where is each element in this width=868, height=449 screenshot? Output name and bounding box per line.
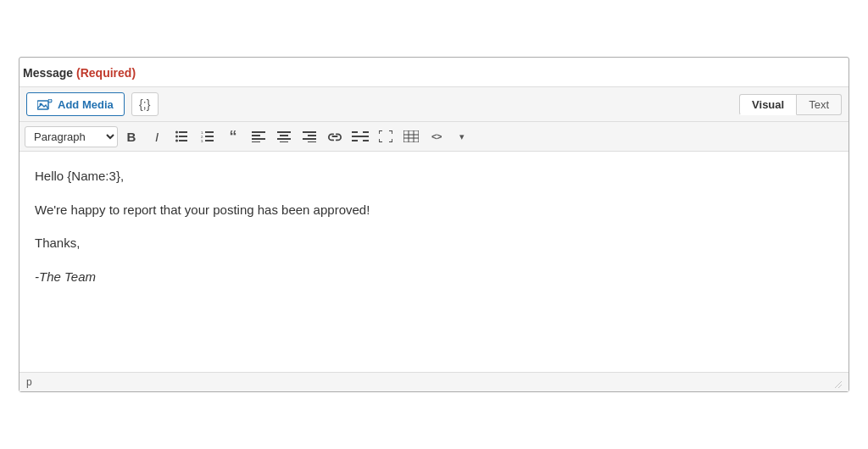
svg-point-10 [175, 140, 178, 142]
svg-rect-13 [205, 140, 214, 141]
svg-rect-34 [403, 130, 419, 142]
align-left-button[interactable] [247, 125, 270, 147]
shortcode-icon: {;} [139, 97, 150, 111]
svg-rect-6 [179, 136, 187, 137]
svg-line-39 [835, 381, 842, 388]
svg-rect-24 [280, 141, 288, 142]
svg-rect-33 [363, 140, 369, 141]
svg-rect-7 [179, 140, 187, 141]
link-button[interactable] [323, 125, 347, 147]
view-tabs: Visual Text [739, 94, 842, 115]
statusbar-tag: p [26, 376, 32, 388]
content-line4-italic: -The Team [35, 269, 96, 284]
field-label-text: Message [23, 66, 73, 80]
field-label: Message (Required) [19, 58, 849, 86]
svg-rect-18 [252, 135, 260, 136]
svg-rect-29 [352, 136, 369, 137]
editor-top-bar: Add Media {;} Visual Text [19, 86, 849, 122]
resize-handle[interactable] [832, 376, 842, 388]
fullscreen-button[interactable] [374, 125, 398, 147]
content-line3: Thanks, [35, 232, 833, 254]
shortcode-button[interactable]: {;} [131, 92, 159, 116]
content-line4: -The Team [35, 266, 833, 288]
editor-statusbar: p [19, 372, 849, 391]
editor-content[interactable]: Hello {Name:3}, We're happy to report th… [19, 152, 849, 372]
field-required-indicator: (Required) [76, 66, 136, 80]
svg-rect-25 [303, 131, 316, 133]
svg-rect-28 [308, 141, 316, 142]
bold-button[interactable]: B [120, 125, 143, 147]
svg-line-40 [838, 385, 842, 388]
content-line2: We're happy to report that your posting … [35, 199, 833, 221]
blockquote-button[interactable]: “ [221, 125, 245, 147]
svg-rect-11 [205, 131, 214, 133]
svg-rect-21 [277, 131, 291, 133]
svg-rect-26 [308, 135, 316, 136]
table-button[interactable] [399, 125, 423, 147]
svg-rect-22 [280, 135, 288, 136]
unordered-list-button[interactable] [170, 125, 194, 147]
paragraph-select[interactable]: Paragraph Heading 1 Heading 2 Heading 3 … [25, 126, 118, 147]
toolbar-more-button[interactable]: ▾ [450, 125, 474, 147]
more-tag-button[interactable] [348, 125, 372, 147]
svg-rect-27 [303, 138, 316, 140]
svg-rect-23 [277, 138, 291, 140]
formatting-toolbar: Paragraph Heading 1 Heading 2 Heading 3 … [19, 122, 849, 152]
tab-text[interactable]: Text [797, 94, 842, 115]
svg-rect-32 [352, 140, 358, 141]
add-media-label: Add Media [58, 98, 114, 111]
italic-button[interactable]: I [145, 125, 169, 147]
svg-rect-30 [352, 131, 358, 133]
svg-rect-17 [252, 131, 265, 133]
add-media-button[interactable]: Add Media [26, 92, 125, 116]
svg-rect-31 [363, 131, 369, 133]
content-line1: Hello {Name:3}, [35, 165, 833, 187]
tab-visual[interactable]: Visual [739, 94, 797, 115]
svg-rect-20 [252, 141, 260, 142]
svg-rect-12 [205, 136, 214, 137]
svg-text:3.: 3. [201, 139, 203, 142]
top-bar-left: Add Media {;} [26, 92, 159, 116]
svg-rect-5 [179, 131, 187, 133]
svg-point-8 [175, 131, 178, 134]
add-media-icon [37, 97, 53, 111]
align-center-button[interactable] [272, 125, 296, 147]
align-right-button[interactable] [298, 125, 321, 147]
ordered-list-button[interactable]: 1.2.3. [196, 125, 220, 147]
svg-rect-19 [252, 138, 265, 140]
code-button[interactable]: <> [425, 125, 448, 147]
editor-container: Message (Required) Add Media [19, 57, 849, 392]
svg-point-9 [175, 136, 178, 138]
